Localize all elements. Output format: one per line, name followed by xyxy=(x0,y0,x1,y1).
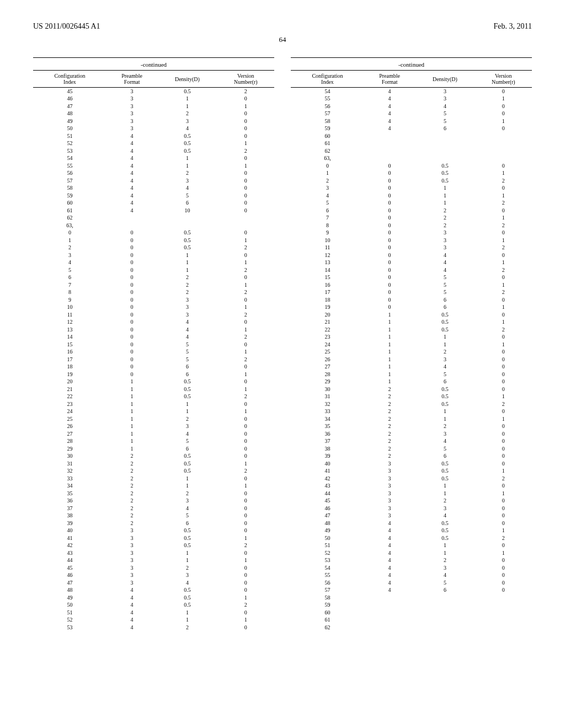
table-row: 53420 xyxy=(33,624,274,631)
table-cell: 0 xyxy=(217,296,274,304)
table-row: 2110.51 xyxy=(33,386,274,393)
col-header-config-index: ConfigurationIndex xyxy=(291,71,364,88)
table-cell: 3 xyxy=(33,251,106,259)
table-row: 5012 xyxy=(291,200,532,207)
table-row: 10031 xyxy=(291,237,532,244)
table-cell: 0.5 xyxy=(157,542,217,550)
table-cell: 0 xyxy=(364,289,415,297)
table-cell: 28 xyxy=(33,438,106,446)
table-row: 4030.50 xyxy=(291,460,532,468)
table-cell: 3 xyxy=(157,117,217,125)
table-cell: 1 xyxy=(475,341,532,349)
table-cell: 4 xyxy=(364,88,415,95)
table-cell: 59 xyxy=(33,192,106,200)
table-cell: 31 xyxy=(291,393,364,401)
table-cell: 3 xyxy=(106,557,157,565)
table-row: 2210.52 xyxy=(291,326,532,334)
table-cell: 0 xyxy=(475,572,532,580)
table-row: 9030 xyxy=(291,229,532,237)
table-cell: 1 xyxy=(217,483,274,490)
table-cell: 1 xyxy=(475,527,532,535)
table-cell: 1 xyxy=(157,162,217,170)
table-row: 25120 xyxy=(291,349,532,356)
table-row: 10031 xyxy=(33,304,274,312)
table-cell: 37 xyxy=(33,505,106,512)
table-cell: 0 xyxy=(106,229,157,237)
table-cell: 0 xyxy=(217,527,274,535)
table-cell: 4 xyxy=(106,200,157,207)
table-cell: 2 xyxy=(415,497,475,505)
table-cell: 2 xyxy=(475,400,532,408)
table-cell: 0.5 xyxy=(157,594,217,602)
table-cell: 6 xyxy=(415,304,475,312)
table-cell: 0 xyxy=(106,244,157,252)
table-cell: 5 xyxy=(415,110,475,118)
table-cell: 4 xyxy=(157,430,217,438)
table-cell: 47 xyxy=(33,579,106,587)
table-cell: 5 xyxy=(415,117,475,125)
table-cell: 34 xyxy=(33,483,106,490)
table-cell: 6 xyxy=(157,520,217,527)
table-cell: 0 xyxy=(217,200,274,207)
table-cell: 62 xyxy=(291,624,364,631)
table-row: 34211 xyxy=(33,483,274,490)
table-cell: 1 xyxy=(475,281,532,289)
table-cell: 0.5 xyxy=(157,527,217,535)
table-cell: 0.5 xyxy=(157,244,217,252)
table-cell: 0 xyxy=(475,110,532,118)
table-cell: 46 xyxy=(33,572,106,580)
table-cell: 0 xyxy=(475,378,532,386)
table-row: 60 xyxy=(291,132,532,140)
table-cell: 38 xyxy=(291,445,364,453)
table-cell: 0.5 xyxy=(415,319,475,326)
table-cell: 0 xyxy=(217,229,274,237)
table-cell: 3 xyxy=(364,505,415,512)
table-cell: 0 xyxy=(364,229,415,237)
table-cell: 0 xyxy=(106,251,157,259)
table-cell: 1 xyxy=(106,408,157,416)
table-cell: 4 xyxy=(106,617,157,624)
table-cell: 0 xyxy=(106,304,157,312)
table-row: 44311 xyxy=(33,557,274,565)
table-cell: 0 xyxy=(475,386,532,393)
col-header-density: Density(D) xyxy=(415,71,475,88)
table-cell: 2 xyxy=(475,200,532,207)
table-row: 57460 xyxy=(291,587,532,595)
table-cell: 1 xyxy=(475,490,532,497)
table-cell: 27 xyxy=(291,363,364,371)
table-cell: 1 xyxy=(415,549,475,557)
table-cell xyxy=(415,617,475,624)
table-row: 61 xyxy=(291,617,532,624)
table-row: 4230.52 xyxy=(33,542,274,550)
table-row: 13041 xyxy=(291,259,532,267)
table-cell: 16 xyxy=(291,281,364,289)
table-cell: 3 xyxy=(364,497,415,505)
table-cell: 19 xyxy=(33,371,106,378)
table-row: 4840.50 xyxy=(291,520,532,527)
table-cell: 0 xyxy=(106,296,157,304)
table-cell: 20 xyxy=(291,311,364,319)
table-cell: 0.5 xyxy=(157,140,217,148)
table-cell: 48 xyxy=(291,520,364,527)
table-cell: 0.5 xyxy=(415,170,475,178)
table-cell: 4 xyxy=(33,259,106,267)
table-cell: 52 xyxy=(291,549,364,557)
table-cell xyxy=(364,140,415,148)
table-cell: 1 xyxy=(217,281,274,289)
table-cell: 0 xyxy=(475,497,532,505)
table-cell: 0.5 xyxy=(415,326,475,334)
table-row: 59460 xyxy=(291,125,532,133)
table-row: 6020 xyxy=(291,207,532,215)
table-cell: 0 xyxy=(217,497,274,505)
table-cell: 1 xyxy=(475,319,532,326)
table-row: 23110 xyxy=(291,334,532,341)
table-cell: 1 xyxy=(157,483,217,490)
table-cell: 21 xyxy=(33,386,106,393)
table-cell: 0 xyxy=(475,453,532,461)
table-cell: 35 xyxy=(291,423,364,431)
table-cell: 0 xyxy=(475,371,532,378)
table-cell: 0 xyxy=(364,296,415,304)
page-number: 64 xyxy=(33,35,532,44)
table-cell: 1 xyxy=(106,438,157,446)
table-cell: 4 xyxy=(364,103,415,110)
